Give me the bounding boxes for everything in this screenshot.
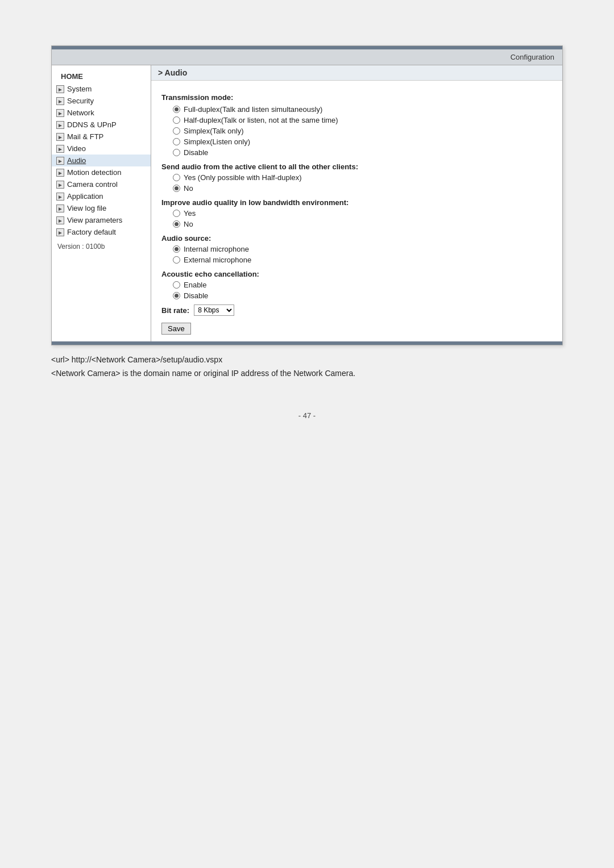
domain-note: <Network Camera> is the domain name or o…	[51, 367, 563, 381]
arrow-icon-ddns-upnp: ►	[56, 121, 64, 129]
radio-label-echo-enable: Enable	[184, 281, 206, 289]
sidebar-label-security: Security	[67, 97, 94, 105]
audio-source-label: Audio source:	[161, 234, 552, 243]
sidebar-item-application[interactable]: ►Application	[52, 190, 151, 202]
sidebar: HOME ►System►Security►Network►DDNS & UPn…	[52, 65, 151, 341]
version-label: Version : 0100b	[52, 238, 151, 253]
radio-label-full-duplex: Full-duplex(Talk and listen simultaneous…	[184, 105, 322, 114]
arrow-icon-video: ►	[56, 145, 64, 153]
arrow-icon-view-log: ►	[56, 205, 64, 212]
bit-rate-select[interactable]: 8 Kbps16 Kbps32 Kbps64 Kbps	[194, 304, 234, 316]
radio-btn-half-duplex[interactable]	[173, 116, 180, 124]
radio-row-echo-disable[interactable]: Disable	[173, 291, 552, 300]
sidebar-label-video: Video	[67, 144, 86, 153]
sidebar-label-factory-default: Factory default	[67, 228, 116, 236]
radio-row-echo-enable[interactable]: Enable	[173, 281, 552, 289]
send-audio-label: Send audio from the active client to all…	[161, 162, 552, 171]
arrow-icon-mail-ftp: ►	[56, 133, 64, 141]
sidebar-label-audio: Audio	[67, 156, 86, 165]
main-content: > Audio Transmission mode: Full-duplex(T…	[151, 65, 562, 341]
arrow-icon-application: ►	[56, 193, 64, 201]
sidebar-label-network: Network	[67, 108, 94, 117]
radio-btn-internal-mic[interactable]	[173, 245, 180, 253]
arrow-icon-camera-control: ►	[56, 181, 64, 189]
radio-btn-simplex-listen[interactable]	[173, 138, 180, 145]
url-note: <url> http://<Network Camera>/setup/audi…	[51, 353, 563, 367]
radio-label-improve-yes: Yes	[184, 209, 196, 218]
radio-btn-echo-disable[interactable]	[173, 292, 180, 299]
radio-row-full-duplex[interactable]: Full-duplex(Talk and listen simultaneous…	[173, 105, 552, 114]
radio-label-external-mic: External microphone	[184, 256, 251, 264]
footer-notes: <url> http://<Network Camera>/setup/audi…	[51, 345, 563, 389]
arrow-icon-system: ►	[56, 85, 64, 93]
sidebar-label-application: Application	[67, 192, 103, 201]
radio-btn-disable-transmission[interactable]	[173, 149, 180, 156]
radio-label-echo-disable: Disable	[184, 291, 208, 300]
sidebar-item-network[interactable]: ►Network	[52, 107, 151, 119]
radio-btn-improve-yes[interactable]	[173, 210, 180, 217]
radio-btn-simplex-talk[interactable]	[173, 127, 180, 135]
arrow-icon-factory-default: ►	[56, 228, 64, 236]
radio-row-send-yes[interactable]: Yes (Only possible with Half-duplex)	[173, 173, 552, 182]
arrow-icon-network: ►	[56, 109, 64, 117]
config-header-label: Configuration	[511, 53, 554, 61]
sidebar-label-system: System	[67, 85, 92, 93]
radio-btn-send-no[interactable]	[173, 185, 180, 192]
radio-btn-improve-no[interactable]	[173, 220, 180, 228]
sidebar-label-ddns-upnp: DDNS & UPnP	[67, 120, 117, 129]
sidebar-label-camera-control: Camera control	[67, 180, 118, 189]
sidebar-label-mail-ftp: Mail & FTP	[67, 132, 103, 141]
bottom-decorative-bar	[52, 341, 562, 345]
sidebar-label-view-log: View log file	[67, 204, 106, 212]
sidebar-home[interactable]: HOME	[52, 70, 151, 83]
sidebar-item-video[interactable]: ►Video	[52, 143, 151, 155]
radio-row-disable-transmission[interactable]: Disable	[173, 148, 552, 157]
config-header: Configuration	[52, 49, 562, 65]
arrow-icon-audio: ►	[56, 157, 64, 165]
radio-row-simplex-talk[interactable]: Simplex(Talk only)	[173, 127, 552, 135]
sidebar-item-view-log[interactable]: ►View log file	[52, 202, 151, 214]
radio-label-disable-transmission: Disable	[184, 148, 208, 157]
sidebar-item-camera-control[interactable]: ►Camera control	[52, 178, 151, 190]
radio-btn-send-yes[interactable]	[173, 174, 180, 181]
radio-btn-full-duplex[interactable]	[173, 106, 180, 113]
save-button-row: Save	[161, 318, 552, 335]
sidebar-item-view-params[interactable]: ►View parameters	[52, 214, 151, 226]
page-title: > Audio	[151, 65, 562, 81]
radio-btn-external-mic[interactable]	[173, 256, 180, 264]
sidebar-item-security[interactable]: ►Security	[52, 95, 151, 107]
radio-btn-echo-enable[interactable]	[173, 281, 180, 289]
sidebar-label-motion-detection: Motion detection	[67, 168, 121, 177]
radio-label-half-duplex: Half-duplex(Talk or listen, not at the s…	[184, 116, 338, 124]
improve-audio-label: Improve audio quality in low bandwidth e…	[161, 198, 552, 207]
arrow-icon-security: ►	[56, 97, 64, 105]
save-button[interactable]: Save	[161, 323, 191, 335]
radio-row-improve-yes[interactable]: Yes	[173, 209, 552, 218]
radio-row-send-no[interactable]: No	[173, 184, 552, 193]
sidebar-item-audio[interactable]: ►Audio	[52, 155, 151, 166]
content-body: Transmission mode: Full-duplex(Talk and …	[151, 81, 562, 341]
radio-label-improve-no: No	[184, 220, 193, 228]
transmission-mode-label: Transmission mode:	[161, 93, 552, 102]
acoustic-echo-label: Acoustic echo cancellation:	[161, 270, 552, 278]
radio-row-improve-no[interactable]: No	[173, 220, 552, 228]
bit-rate-row: Bit rate: 8 Kbps16 Kbps32 Kbps64 Kbps	[161, 304, 552, 316]
sidebar-item-mail-ftp[interactable]: ►Mail & FTP	[52, 131, 151, 143]
sidebar-item-factory-default[interactable]: ►Factory default	[52, 226, 151, 238]
bit-rate-label: Bit rate:	[161, 306, 189, 315]
radio-row-internal-mic[interactable]: Internal microphone	[173, 245, 552, 253]
radio-label-send-no: No	[184, 184, 193, 193]
radio-label-simplex-talk: Simplex(Talk only)	[184, 127, 243, 135]
arrow-icon-motion-detection: ►	[56, 169, 64, 177]
sidebar-item-motion-detection[interactable]: ►Motion detection	[52, 166, 151, 178]
page-number: - 47 -	[298, 411, 316, 420]
sidebar-item-system[interactable]: ►System	[52, 83, 151, 95]
arrow-icon-view-params: ►	[56, 216, 64, 224]
radio-row-external-mic[interactable]: External microphone	[173, 256, 552, 264]
radio-row-simplex-listen[interactable]: Simplex(Listen only)	[173, 137, 552, 146]
sidebar-item-ddns-upnp[interactable]: ►DDNS & UPnP	[52, 119, 151, 131]
radio-row-half-duplex[interactable]: Half-duplex(Talk or listen, not at the s…	[173, 116, 552, 124]
sidebar-label-view-params: View parameters	[67, 216, 122, 224]
radio-label-internal-mic: Internal microphone	[184, 245, 249, 253]
radio-label-send-yes: Yes (Only possible with Half-duplex)	[184, 173, 302, 182]
